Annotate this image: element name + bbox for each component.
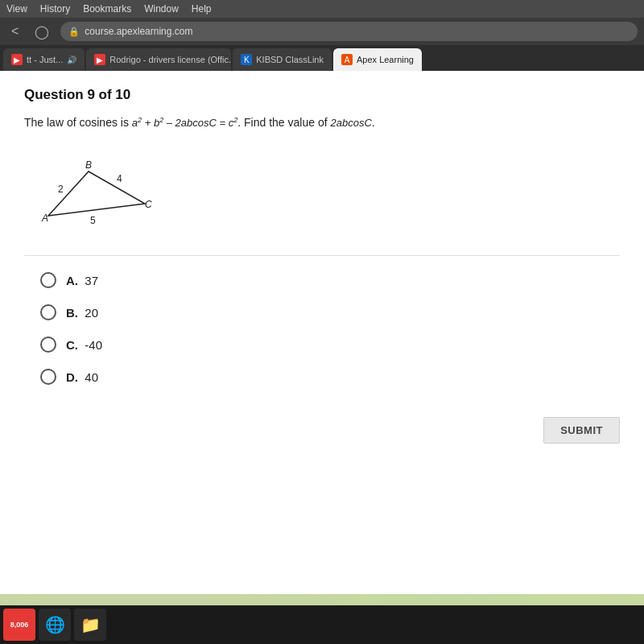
question-header: Question 9 of 10 xyxy=(24,87,620,103)
taskbar-icon-2[interactable]: 🌐 xyxy=(39,609,71,641)
formula-text: a2 + b2 – 2abcosC = c2 xyxy=(132,117,237,129)
submit-button[interactable]: SUBMIT xyxy=(543,417,620,444)
tab-2[interactable]: ▶ Rodrigo - drivers license (Offic... xyxy=(86,48,231,71)
tab-3[interactable]: K KIBSD ClassLink xyxy=(233,48,332,71)
browser-chrome: View History Bookmarks Window Help < ◯ 🔒… xyxy=(0,0,644,71)
circle-button[interactable]: ◯ xyxy=(30,23,54,41)
option-D[interactable]: D. 40 xyxy=(40,369,620,385)
option-B[interactable]: B. 20 xyxy=(40,304,620,320)
tab-label-1: tt - Just... xyxy=(27,55,63,64)
radio-C[interactable] xyxy=(40,336,56,353)
question-text: The law of cosines is a2 + b2 – 2abcosC … xyxy=(24,114,620,131)
option-A-label: A. 37 xyxy=(66,274,98,287)
content-area: Question 9 of 10 The law of cosines is a… xyxy=(0,71,644,594)
option-B-label: B. 20 xyxy=(66,306,98,320)
taskbar-icon-3[interactable]: 📁 xyxy=(74,609,106,641)
tab-favicon-3: K xyxy=(241,54,252,65)
radio-B[interactable] xyxy=(40,304,56,320)
tab-4[interactable]: A Apex Learning xyxy=(333,48,422,71)
back-button[interactable]: < xyxy=(6,23,23,40)
text-suffix: . xyxy=(372,116,375,129)
triangle-svg: A B C 2 4 5 xyxy=(40,155,169,228)
menu-window[interactable]: Window xyxy=(144,3,179,14)
address-bar-row: < ◯ 🔒 course.apexlearning.com xyxy=(0,18,644,45)
radio-D[interactable] xyxy=(40,369,56,385)
lock-icon: 🔒 xyxy=(68,27,80,37)
option-A[interactable]: A. 37 xyxy=(40,272,620,288)
text-prefix: The law of cosines is xyxy=(24,116,132,129)
menu-bookmarks[interactable]: Bookmarks xyxy=(83,3,131,14)
svg-text:4: 4 xyxy=(117,173,122,184)
svg-text:A: A xyxy=(41,213,48,224)
option-D-label: D. 40 xyxy=(66,370,98,384)
tab-favicon-4: A xyxy=(341,54,353,65)
taskbar-icon-1[interactable]: 8,006 xyxy=(3,609,35,641)
options-list: A. 37 B. 20 C. -40 D. 40 xyxy=(40,272,620,385)
text-middle: . Find the value of xyxy=(237,116,330,129)
find-term: 2abcosC xyxy=(330,117,371,129)
menu-view[interactable]: View xyxy=(6,3,27,14)
tab-favicon-1: ▶ xyxy=(11,54,23,65)
tab-label-4: Apex Learning xyxy=(357,55,414,64)
svg-text:C: C xyxy=(145,199,152,210)
tab-1[interactable]: ▶ tt - Just... 🔊 xyxy=(3,48,85,71)
svg-text:B: B xyxy=(85,159,92,171)
svg-text:5: 5 xyxy=(90,215,96,226)
option-C-label: C. -40 xyxy=(66,338,102,352)
divider xyxy=(24,255,620,256)
tabs-row: ▶ tt - Just... 🔊 ▶ Rodrigo - drivers lic… xyxy=(0,45,644,71)
tab-label-3: KIBSD ClassLink xyxy=(256,55,324,64)
option-C[interactable]: C. -40 xyxy=(40,336,620,353)
radio-A[interactable] xyxy=(40,272,56,288)
triangle-diagram: A B C 2 4 5 xyxy=(40,155,169,228)
address-text: course.apexlearning.com xyxy=(85,26,192,37)
taskbar: 8,006 🌐 📁 xyxy=(0,605,644,644)
menu-bar: View History Bookmarks Window Help xyxy=(0,0,644,18)
submit-area: SUBMIT xyxy=(24,409,620,452)
svg-text:2: 2 xyxy=(58,184,64,195)
menu-history[interactable]: History xyxy=(40,3,70,14)
speaker-icon-1: 🔊 xyxy=(67,56,76,64)
tab-favicon-2: ▶ xyxy=(94,54,105,65)
address-bar[interactable]: 🔒 course.apexlearning.com xyxy=(60,22,638,41)
menu-help[interactable]: Help xyxy=(192,3,212,14)
tab-label-2: Rodrigo - drivers license (Offic... xyxy=(109,55,231,64)
